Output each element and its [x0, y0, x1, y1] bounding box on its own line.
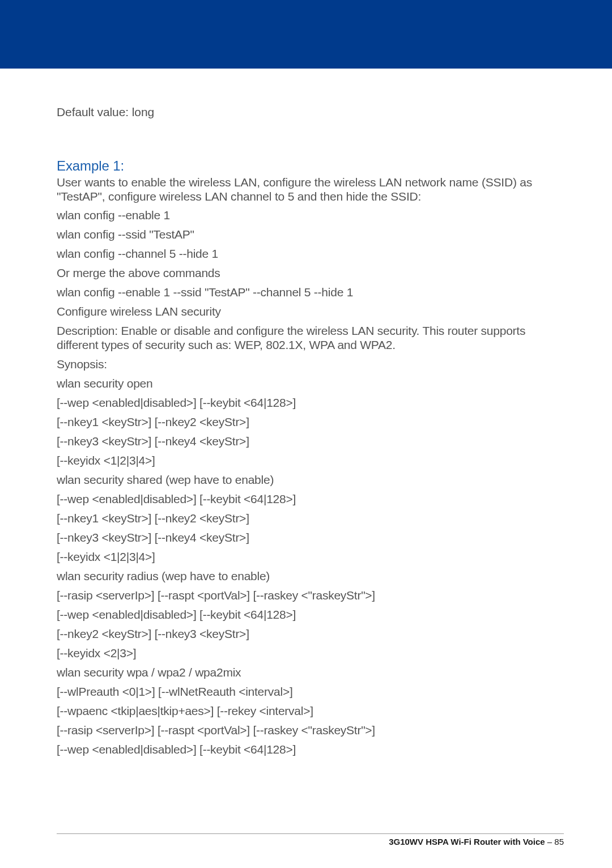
command-line: [--keyidx <1|2|3|4>] — [57, 550, 564, 564]
command-line: wlan security wpa / wpa2 / wpa2mix — [57, 665, 564, 679]
command-line: Description: Enable or disable and confi… — [57, 324, 564, 352]
command-line: [--keyidx <2|3>] — [57, 646, 564, 660]
command-line: [--wep <enabled|disabled>] [--keybit <64… — [57, 492, 564, 506]
command-line: [--keyidx <1|2|3|4>] — [57, 453, 564, 467]
command-line: wlan config --enable 1 — [57, 208, 564, 222]
footer-page-number: – 85 — [545, 837, 564, 846]
command-line: [--wep <enabled|disabled>] [--keybit <64… — [57, 742, 564, 756]
command-line: [--nkey2 <keyStr>] [--nkey3 <keyStr>] — [57, 627, 564, 641]
example-intro: User wants to enable the wireless LAN, c… — [57, 175, 564, 203]
command-line: [--nkey3 <keyStr>] [--nkey4 <keyStr>] — [57, 530, 564, 544]
command-line: Synopsis: — [57, 357, 564, 371]
command-line: Configure wireless LAN security — [57, 304, 564, 318]
footer-product: 3G10WV HSPA Wi-Fi Router with Voice — [389, 837, 545, 846]
page-footer: 3G10WV HSPA Wi-Fi Router with Voice – 85 — [57, 833, 564, 846]
command-line: [--nkey1 <keyStr>] [--nkey2 <keyStr>] — [57, 415, 564, 429]
command-lines: wlan config --enable 1wlan config --ssid… — [57, 208, 564, 756]
command-line: wlan security shared (wep have to enable… — [57, 473, 564, 487]
command-line: wlan config --channel 5 --hide 1 — [57, 246, 564, 261]
default-value-text: Default value: long — [57, 104, 564, 120]
header-band — [0, 0, 612, 69]
command-line: [--wlPreauth <0|1>] [--wlNetReauth <inte… — [57, 684, 564, 699]
command-line: [--rasip <serverIp>] [--raspt <portVal>]… — [57, 723, 564, 737]
page-content: Default value: long Example 1: User want… — [0, 69, 612, 868]
command-line: wlan config --enable 1 --ssid "TestAP" -… — [57, 285, 564, 299]
command-line: [--nkey1 <keyStr>] [--nkey2 <keyStr>] — [57, 511, 564, 525]
command-line: [--wpaenc <tkip|aes|tkip+aes>] [--rekey … — [57, 704, 564, 718]
command-line: wlan security open — [57, 376, 564, 390]
example-heading: Example 1: — [57, 158, 564, 175]
command-line: Or merge the above commands — [57, 266, 564, 280]
command-line: [--wep <enabled|disabled>] [--keybit <64… — [57, 395, 564, 410]
command-line: wlan config --ssid "TestAP" — [57, 227, 564, 241]
command-line: [--nkey3 <keyStr>] [--nkey4 <keyStr>] — [57, 434, 564, 448]
command-line: wlan security radius (wep have to enable… — [57, 569, 564, 583]
command-line: [--rasip <serverIp>] [--raspt <portVal>]… — [57, 588, 564, 602]
command-line: [--wep <enabled|disabled>] [--keybit <64… — [57, 607, 564, 622]
